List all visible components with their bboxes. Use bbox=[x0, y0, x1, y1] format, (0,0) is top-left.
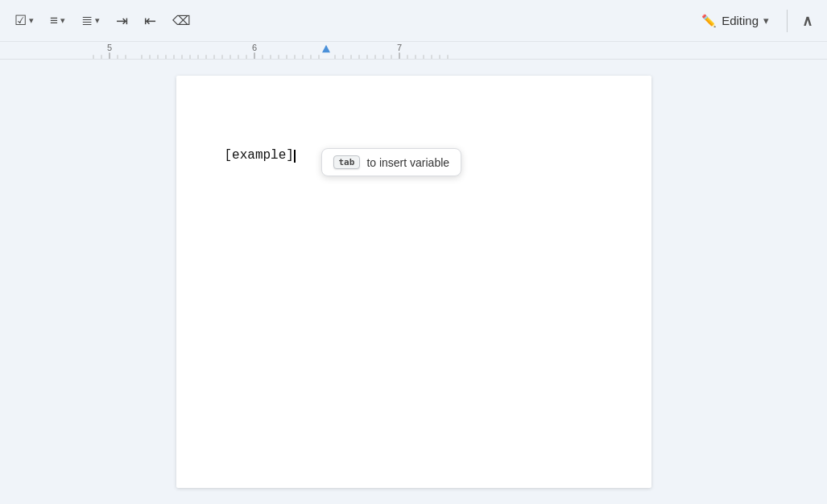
document-area: tab to insert variable [example] bbox=[0, 60, 827, 504]
document-text[interactable]: [example] bbox=[225, 148, 603, 163]
indent-less-button[interactable]: ⇤ bbox=[139, 9, 161, 33]
text-cursor bbox=[294, 150, 296, 163]
indent-more-button[interactable]: ⇥ bbox=[111, 9, 133, 33]
ruler-svg: 5 6 7 bbox=[0, 42, 827, 59]
indent-more-icon: ⇥ bbox=[116, 12, 128, 30]
pencil-icon: ✏️ bbox=[701, 14, 717, 28]
toolbar: ☑ ▾ ≡ ▾ ≣ ▾ ⇥ ⇤ ⌫ ✏️ Editing ▾ bbox=[0, 0, 827, 42]
editing-label: Editing bbox=[722, 14, 759, 27]
svg-text:5: 5 bbox=[107, 43, 112, 53]
clear-format-icon: ⌫ bbox=[172, 13, 191, 28]
toolbar-right: ✏️ Editing ▾ ∧ bbox=[693, 7, 817, 35]
clear-format-button[interactable]: ⌫ bbox=[167, 10, 196, 31]
chevron-up-icon: ∧ bbox=[802, 12, 813, 30]
bullet-list-button[interactable]: ≡ ▾ bbox=[45, 10, 70, 32]
collapse-button[interactable]: ∧ bbox=[797, 7, 817, 35]
numbered-list-button[interactable]: ≣ ▾ bbox=[76, 9, 105, 32]
checklist-icon: ☑ bbox=[14, 12, 27, 29]
ruler: 5 6 7 bbox=[0, 42, 827, 60]
bullet-list-icon: ≡ bbox=[50, 13, 58, 29]
svg-rect-0 bbox=[0, 42, 827, 59]
document-page[interactable]: tab to insert variable [example] bbox=[176, 76, 651, 488]
svg-text:7: 7 bbox=[397, 43, 402, 53]
svg-text:6: 6 bbox=[252, 43, 257, 53]
document-content: [example] bbox=[225, 148, 294, 163]
toolbar-divider bbox=[787, 10, 788, 32]
bullet-list-chevron-icon: ▾ bbox=[60, 15, 65, 26]
numbered-list-chevron-icon: ▾ bbox=[95, 15, 100, 26]
checklist-button[interactable]: ☑ ▾ bbox=[10, 9, 39, 32]
editing-chevron-icon: ▾ bbox=[763, 14, 769, 27]
editing-mode-button[interactable]: ✏️ Editing ▾ bbox=[693, 9, 777, 33]
checklist-chevron-icon: ▾ bbox=[29, 15, 34, 26]
indent-less-icon: ⇤ bbox=[144, 12, 156, 30]
numbered-list-icon: ≣ bbox=[81, 12, 93, 29]
toolbar-left: ☑ ▾ ≡ ▾ ≣ ▾ ⇥ ⇤ ⌫ bbox=[10, 9, 196, 33]
